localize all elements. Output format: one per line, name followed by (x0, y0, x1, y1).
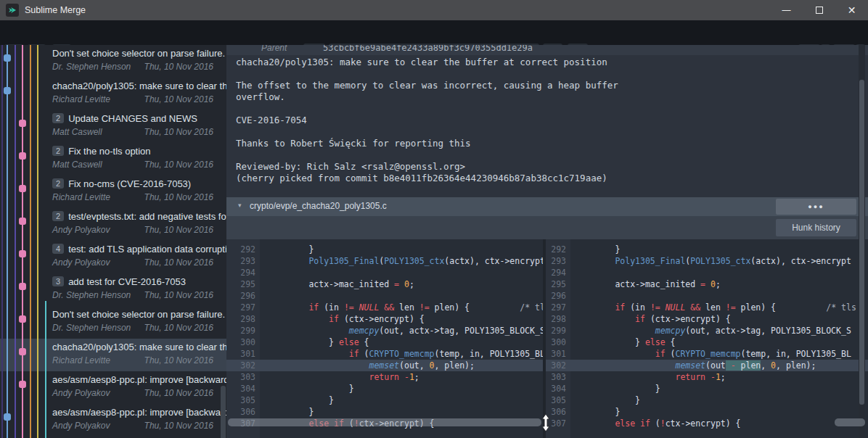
commit-graph-dot (19, 381, 26, 388)
diff-line[interactable]: 292 } (226, 244, 543, 255)
sidebar-scrollbar[interactable] (221, 386, 226, 438)
commit-author: Andy Polyakov (52, 421, 110, 431)
commit-title-line: Don't set choice selector on parse failu… (52, 47, 226, 59)
commit-row[interactable]: chacha20/poly1305: make sure to clear th… (0, 78, 226, 110)
commit-row[interactable]: 2Update CHANGES and NEWSMatt CaswellThu,… (0, 110, 226, 143)
line-number: 307 (546, 418, 570, 429)
code-text: } (570, 394, 868, 406)
diff-line[interactable]: 303 return -1; (546, 371, 868, 383)
right-pane-horizontal-scrollbar[interactable] (835, 418, 865, 426)
main-vertical-scrollbar-thumb[interactable] (859, 80, 864, 405)
line-number: 306 (226, 406, 260, 418)
line-number: 301 (546, 348, 570, 360)
diff-line[interactable]: 293 Poly1305_Final(POLY1305_ctx(actx), c… (546, 255, 868, 267)
left-pane-horizontal-scrollbar[interactable] (228, 418, 541, 426)
diff-line[interactable]: 297 if (in != NULL && len != plen) { /* … (226, 302, 543, 313)
line-number: 293 (546, 255, 570, 267)
line-number: 304 (546, 383, 570, 394)
line-number: 297 (226, 302, 260, 313)
commit-count-badge: 3 (52, 276, 64, 286)
diff-line[interactable]: 306 } (226, 406, 543, 418)
diff-line[interactable]: 300 } else { (226, 336, 543, 348)
app-logo-icon (6, 4, 19, 17)
diff-line[interactable]: 299 memcpy(out, actx->tag, POLY1305_BLOC… (226, 325, 543, 336)
code-text: } else { (570, 336, 868, 348)
commit-row[interactable]: aes/asm/aesp8-ppc.pl: improve [backward]… (0, 371, 226, 404)
diff-line[interactable]: 298 if (ctx->encrypt) { (226, 313, 543, 325)
commit-title-line: chacha20/poly1305: make sure to clear th… (52, 80, 226, 92)
commit-row[interactable]: 4test: add TLS application data corrupti… (0, 241, 226, 273)
parent-hash[interactable]: 53cbcbf6e9abe4fe2433a89bf3c970355dd1e29a (323, 45, 533, 53)
diff-line[interactable]: 293 Poly1305_Final(POLY1305_ctx(actx), c… (226, 255, 543, 267)
diff-line[interactable]: 298 if (ctx->encrypt) { (546, 313, 868, 325)
commit-title-line: 2test/evptests.txt: add negative tests f… (52, 210, 226, 223)
commit-meta: Matt CaswellThu, 10 Nov 2016 (52, 159, 226, 170)
close-button[interactable]: ✕ (835, 0, 868, 20)
code-text: } (570, 383, 868, 394)
commit-row[interactable]: chacha20/poly1305: make sure to clear th… (0, 339, 226, 371)
commit-sidebar: Don't set choice selector on parse failu… (0, 45, 226, 438)
diff-line[interactable]: 301 if (CRYPTO_memcmp(temp, in, POLY1305… (226, 348, 543, 360)
commit-message: chacha20/poly1305: make sure to clear th… (236, 57, 618, 184)
diff-line[interactable]: 306 } (546, 406, 868, 418)
diff-line[interactable]: 304 } (546, 383, 868, 394)
commit-title: aes/asm/aesp8-ppc.pl: improve [backward] (52, 374, 226, 385)
code-text: actx->mac_inited = 0; (260, 278, 543, 290)
diff-line[interactable]: 299 memcpy(out, actx->tag, POLY1305_BLOC… (546, 325, 868, 336)
diff-line[interactable]: 307 else if (!ctx->encrypt) { (546, 418, 868, 429)
diff-line[interactable]: 297 if (in != NULL && len != plen) { /* … (546, 302, 868, 313)
collapse-triangle-icon[interactable]: ▾ (238, 202, 242, 209)
commit-row[interactable]: Don't set choice selector on parse failu… (0, 45, 226, 78)
line-number: 296 (226, 290, 260, 302)
diff-line[interactable]: 305 } (226, 394, 543, 406)
code-text (570, 290, 868, 302)
diff-line[interactable]: 305 } (546, 394, 868, 406)
commit-row[interactable]: Don't set choice selector on parse failu… (0, 306, 226, 339)
parent-row: Parent 53cbcbf6e9abe4fe2433a89bf3c970355… (226, 45, 868, 55)
diff-line[interactable]: 294 (546, 267, 868, 278)
commit-date: Thu, 10 Nov 2016 (144, 191, 213, 203)
diff-line[interactable]: 302 memset(out, 0, plen); (226, 360, 543, 371)
commit-date: Thu, 10 Nov 2016 (144, 224, 213, 236)
commit-graph-dot (19, 250, 26, 257)
maximize-button[interactable] (803, 0, 835, 20)
diff-line[interactable]: 300 } else { (546, 336, 868, 348)
line-number: 302 (226, 360, 260, 371)
minimize-button[interactable]: — (770, 0, 803, 20)
commit-row[interactable]: aes/asm/aesp8-ppc.pl: improve [backward]… (0, 404, 226, 437)
commit-meta: Dr. Stephen HensonThu, 10 Nov 2016 (52, 61, 226, 73)
line-number: 298 (546, 313, 570, 325)
diff-line[interactable]: 296 (546, 290, 868, 302)
diff-right-pane: 292 }293 Poly1305_Final(POLY1305_ctx(act… (546, 239, 868, 438)
commit-meta: Dr. Stephen HensonThu, 10 Nov 2016 (52, 322, 226, 334)
commit-meta: Richard LevitteThu, 10 Nov 2016 (52, 191, 226, 203)
code-text: } (570, 244, 868, 255)
hunk-history-button[interactable]: Hunk history (776, 219, 856, 236)
diff-line[interactable]: 301 if (CRYPTO_memcmp(temp, in, POLY1305… (546, 348, 868, 360)
diff-line[interactable]: 302 memset(out - plen, 0, plen); (546, 360, 868, 371)
line-number: 300 (226, 336, 260, 348)
window-controls: — ✕ (770, 0, 868, 20)
diff-line[interactable]: 294 (226, 267, 543, 278)
file-more-button[interactable]: ●●● (776, 199, 856, 215)
commit-meta: Andy PolyakovThu, 10 Nov 2016 (52, 420, 226, 431)
commit-row[interactable]: 2Fix the no-tls optionMatt CaswellThu, 1… (0, 143, 226, 175)
commit-row[interactable]: 2test/evptests.txt: add negative tests f… (0, 208, 226, 241)
diff-line[interactable]: 304 } (226, 383, 543, 394)
commit-author: Dr. Stephen Henson (52, 323, 131, 333)
commit-title: Update CHANGES and NEWS (68, 113, 197, 124)
line-number: 292 (226, 244, 260, 255)
commit-date: Thu, 10 Nov 2016 (144, 289, 213, 301)
commit-graph-dot (19, 283, 26, 290)
line-number: 295 (546, 278, 570, 290)
diff-line[interactable]: 295 actx->mac_inited = 0; (226, 278, 543, 290)
line-number: 299 (226, 325, 260, 336)
diff-line[interactable]: 292 } (546, 244, 868, 255)
commit-row[interactable]: 3add test for CVE-2016-7053Dr. Stephen H… (0, 273, 226, 306)
diff-line[interactable]: 296 (226, 290, 543, 302)
diff-line[interactable]: 295 actx->mac_inited = 0; (546, 278, 868, 290)
code-text: Poly1305_Final(POLY1305_ctx(actx), ctx->… (570, 255, 868, 267)
commit-row[interactable]: 2Fix no-cms (CVE-2016-7053)Richard Levit… (0, 175, 226, 208)
file-header[interactable]: ▾ crypto/evp/e_chacha20_poly1305.c ●●● (226, 197, 868, 216)
diff-line[interactable]: 303 return -1; (226, 371, 543, 383)
